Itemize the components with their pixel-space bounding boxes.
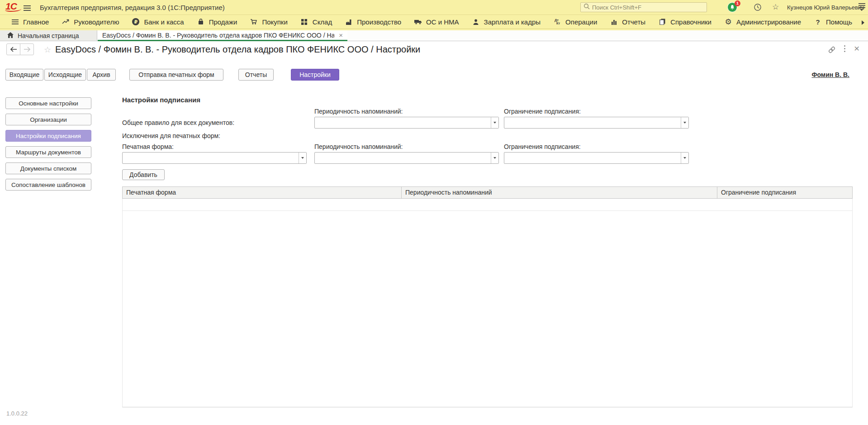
notifications-button[interactable]: 1 [727,2,739,14]
menu-prodazhi[interactable]: Продажи [197,18,237,26]
general-rule-label: Общее правило для всех документов: [122,119,234,126]
gear-icon: ⚙ [724,18,732,25]
service-menu-icon[interactable] [858,3,865,11]
column-header-restriction[interactable]: Ограничение подписания [717,187,852,198]
sidebar-item-document-routes[interactable]: Маршруты документов [5,146,91,158]
table-body[interactable] [122,199,853,407]
bag-icon [197,19,205,25]
settings-sidebar: Основные настройки Организации Настройки… [5,97,91,195]
incoming-button[interactable]: Входящие [5,69,43,81]
add-to-favorites-icon[interactable]: ☆ [44,45,51,54]
menu-administrirovanie[interactable]: ⚙ Администрирование [724,18,801,26]
chevron-down-icon[interactable] [491,117,498,128]
print-form-label: Печатная форма: [122,143,174,150]
general-reminder-combobox[interactable] [314,117,499,129]
person-icon [472,19,480,25]
search-input[interactable] [592,4,704,11]
page-title: EasyDocs / Фомин В. В. - Руководитель от… [55,44,420,55]
global-search[interactable] [580,2,707,12]
search-icon [583,3,590,11]
current-user[interactable]: Кузнецов Юрий Валерьевич [787,4,864,11]
chevron-down-icon[interactable] [491,153,498,163]
app-title: Бухгалтерия предприятия, редакция 3.0 (1… [40,4,225,11]
sidebar-item-documents-list[interactable]: Документы списком [5,162,91,174]
close-form-icon[interactable]: × [854,43,859,54]
menu-spravochniki[interactable]: Справочники [658,18,711,26]
form-restriction-combobox[interactable] [504,152,689,164]
menu-sklad[interactable]: Склад [300,18,332,26]
menu-otchety[interactable]: Отчеты [610,18,645,26]
print-form-combobox[interactable] [122,152,307,164]
easydocs-toolbar: Входящие Исходящие Архив Отправка печатн… [5,69,339,81]
tab-home-page[interactable]: Начальная страница [0,30,97,41]
menu-pomosch[interactable]: ? Помощь [814,18,852,26]
sections-panel: Главное Руководителю ₽ Банк и касса Прод… [0,15,868,29]
tab-close-icon[interactable]: × [334,32,343,38]
exceptions-table: Печатная форма Периодичность напоминаний… [122,186,853,407]
outgoing-button[interactable]: Исходящие [44,69,86,81]
archive-button[interactable]: Архив [87,69,116,81]
settings-button[interactable]: Настройки [291,69,339,81]
menu-proizvodstvo[interactable]: Производство [345,18,401,26]
ruble-icon: ₽ [132,18,140,25]
tab-strip: Начальная страница EasyDocs / Фомин В. В… [0,30,868,41]
menu-pokupki[interactable]: Покупки [250,18,287,26]
column-header-print-form[interactable]: Печатная форма [123,187,402,198]
reminder-frequency-label: Периодичность напоминаний: [314,108,403,115]
table-header: Печатная форма Периодичность напоминаний… [122,186,853,199]
truck-icon [414,19,422,24]
trend-icon [62,19,70,24]
favorites-icon[interactable]: ☆ [772,2,779,11]
help-icon: ? [814,18,822,26]
current-employee-link[interactable]: Фомин В. В. [811,71,849,78]
main-menu-icon[interactable] [24,5,31,13]
menu-rukovoditelyu[interactable]: Руководителю [62,18,119,26]
column-header-reminder[interactable]: Периодичность напоминаний [402,187,717,198]
form-header: ☆ EasyDocs / Фомин В. В. - Руководитель … [0,41,868,58]
add-button[interactable]: Добавить [122,169,165,180]
open-windows-bar: Начальная страница EasyDocs / Фомин В. В… [0,29,868,41]
get-link-icon[interactable] [828,46,836,56]
history-icon[interactable] [754,3,762,13]
back-button[interactable] [6,43,20,55]
menu-glavnoe[interactable]: Главное [11,18,49,26]
menu-operacii[interactable]: ДтКт Операции [553,18,597,26]
grid-icon [300,19,308,25]
form-reminder-combobox[interactable] [314,152,499,164]
cart-icon [250,19,258,25]
factory-icon [345,19,353,25]
chevron-down-icon[interactable] [299,153,306,163]
sidebar-item-signing-settings[interactable]: Настройки подписания [5,130,91,142]
signing-restriction-label: Ограничение подписания: [504,108,581,115]
window-title-bar: 1С Бухгалтерия предприятия, редакция 3.0… [0,0,868,15]
barchart-icon [610,19,618,25]
signing-restrictions-label-2: Ограничения подписания: [504,143,581,150]
sidebar-item-organizations[interactable]: Организации [5,114,91,125]
notification-badge: 1 [735,0,740,6]
1c-logo: 1С [5,1,17,12]
forward-button[interactable] [20,43,34,55]
sidebar-item-main-settings[interactable]: Основные настройки [5,97,91,109]
more-actions-icon[interactable] [844,45,845,52]
table-row[interactable] [123,199,852,211]
reminder-frequency-label-2: Периодичность напоминаний: [314,143,403,150]
home-icon [7,32,14,39]
hamburger-icon [11,19,19,24]
book-icon [658,19,666,25]
menu-zarplata-i-kadry[interactable]: Зарплата и кадры [472,18,541,26]
version-label: 1.0.0.22 [6,410,28,417]
chevron-down-icon[interactable] [681,117,688,128]
chevron-down-icon[interactable] [681,153,688,163]
reports-button[interactable]: Отчеты [238,69,274,81]
menu-os-i-nma[interactable]: ОС и НМА [414,18,459,26]
exceptions-label: Исключения для печатных форм: [122,132,220,139]
panel-scroll-arrow-icon[interactable] [862,20,864,25]
section-heading: Настройки подписания [122,96,200,104]
sidebar-item-template-matching[interactable]: Сопоставление шаблонов [5,179,91,191]
send-print-forms-button[interactable]: Отправка печатных форм [129,69,223,81]
general-restriction-combobox[interactable] [504,117,689,129]
dtkt-icon: ДтКт [553,19,561,25]
menu-bank-i-kassa[interactable]: ₽ Банк и касса [132,18,184,26]
tab-easydocs-settings[interactable]: EasyDocs / Фомин В. В. - Руководитель от… [98,30,347,41]
